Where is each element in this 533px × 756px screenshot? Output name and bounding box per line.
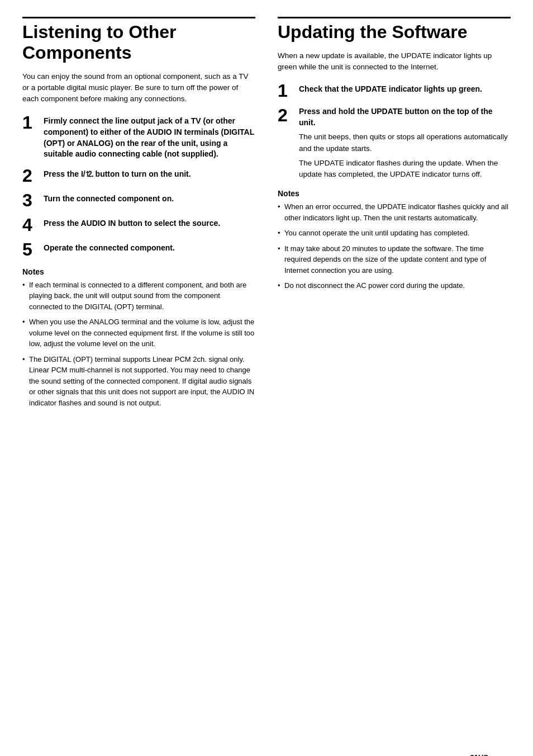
left-intro: You can enjoy the sound from an optional… bbox=[22, 71, 255, 105]
left-step-3-text: Turn the connected component on. bbox=[44, 191, 174, 205]
right-step-2-text: Press and hold the UPDATE button on the … bbox=[299, 105, 493, 127]
left-step-2-number: 2 bbox=[22, 167, 38, 185]
left-step-4-text: Press the AUDIO IN button to select the … bbox=[44, 216, 220, 229]
left-step-2-text: Press the I/⒓ button to turn on the unit… bbox=[44, 167, 191, 180]
right-note-3: It may take about 20 minutes to update t… bbox=[278, 243, 511, 276]
right-step-2-sub2: The UPDATE indicator flashes during the … bbox=[299, 158, 511, 181]
left-step-4: 4 Press the AUDIO IN button to select th… bbox=[22, 216, 255, 234]
left-step-1: 1 Firmly connect the line output jack of… bbox=[22, 114, 255, 159]
left-step-5-text: Operate the connected component. bbox=[44, 240, 175, 254]
left-note-1: If each terminal is connected to a diffe… bbox=[22, 280, 255, 313]
left-step-5: 5 Operate the connected component. bbox=[22, 240, 255, 258]
left-step-1-number: 1 bbox=[22, 114, 38, 131]
left-column: Listening to Other Components You can en… bbox=[22, 17, 255, 413]
left-notes-title: Notes bbox=[22, 267, 255, 276]
right-step-2-content: Press and hold the UPDATE button on the … bbox=[299, 106, 511, 180]
right-step-2-number: 2 bbox=[278, 106, 293, 124]
right-note-1: When an error occurred, the UPDATE indic… bbox=[278, 201, 511, 223]
left-step-3-number: 3 bbox=[22, 191, 38, 209]
page-wrapper: Listening to Other Components You can en… bbox=[22, 17, 511, 756]
left-step-3: 3 Turn the connected component on. bbox=[22, 191, 255, 209]
right-step-2-sub1: The unit beeps, then quits or stops all … bbox=[299, 131, 511, 154]
right-notes-list: When an error occurred, the UPDATE indic… bbox=[278, 201, 511, 291]
left-step-5-number: 5 bbox=[22, 240, 38, 258]
left-note-2: When you use the ANALOG terminal and the… bbox=[22, 316, 255, 349]
right-step-2: 2 Press and hold the UPDATE button on th… bbox=[278, 106, 511, 180]
right-column: Updating the Software When a new update … bbox=[278, 17, 511, 413]
left-notes-section: Notes If each terminal is connected to a… bbox=[22, 267, 255, 409]
left-step-2: 2 Press the I/⒓ button to turn on the un… bbox=[22, 167, 255, 185]
right-step-1-text: Check that the UPDATE indicator lights u… bbox=[299, 82, 482, 95]
left-step-1-text: Firmly connect the line output jack of a… bbox=[44, 114, 255, 159]
right-intro: When a new update is available, the UPDA… bbox=[278, 50, 511, 73]
left-divider bbox=[22, 17, 255, 18]
right-divider bbox=[278, 17, 511, 18]
left-note-3: The DIGITAL (OPT) terminal supports Line… bbox=[22, 354, 255, 409]
left-section-title: Listening to Other Components bbox=[22, 22, 255, 63]
right-section-title: Updating the Software bbox=[278, 22, 511, 42]
right-notes-section: Notes When an error occurred, the UPDATE… bbox=[278, 189, 511, 291]
right-step-1: 1 Check that the UPDATE indicator lights… bbox=[278, 82, 511, 100]
page-number: 21US bbox=[470, 753, 488, 756]
right-step-1-number: 1 bbox=[278, 82, 293, 100]
right-note-2: You cannot operate the unit until updati… bbox=[278, 228, 511, 239]
right-note-4: Do not disconnect the AC power cord duri… bbox=[278, 280, 511, 291]
right-notes-title: Notes bbox=[278, 189, 511, 198]
left-step-4-number: 4 bbox=[22, 216, 38, 234]
left-notes-list: If each terminal is connected to a diffe… bbox=[22, 280, 255, 409]
page-layout: Listening to Other Components You can en… bbox=[22, 17, 511, 413]
